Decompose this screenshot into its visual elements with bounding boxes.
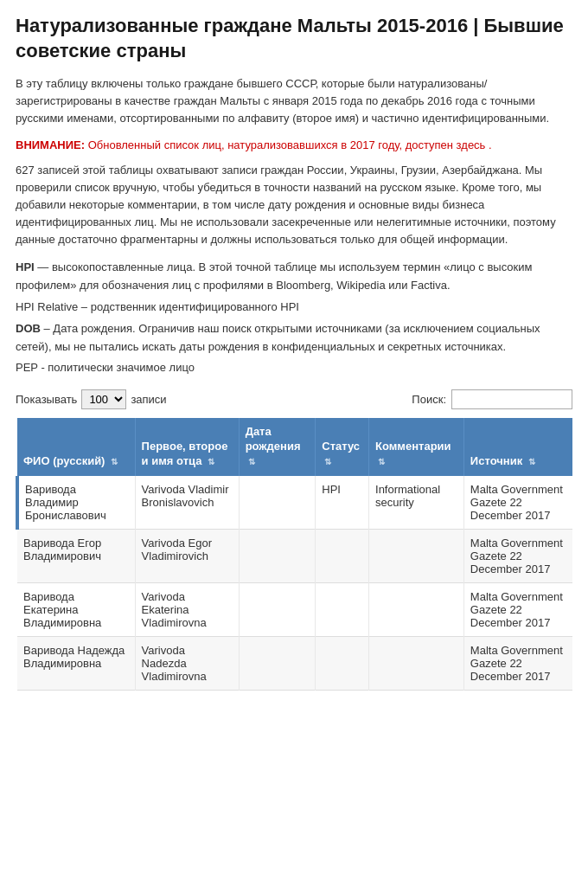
cell-source: Malta Government Gazete 22 December 2017 xyxy=(463,582,572,636)
cell-name-ru: Варивода Егор Владимирович xyxy=(17,529,135,582)
sort-icon-status: ⇅ xyxy=(324,456,331,467)
col-name-ru[interactable]: ФИО (русский) ⇅ xyxy=(17,418,135,476)
entries-select[interactable]: 100 10 25 50 xyxy=(81,389,126,409)
table-body: Варивода Владимир БрониславовичVarivoda … xyxy=(17,476,572,691)
cell-comments: Informational security xyxy=(369,476,464,530)
entries-label: записи xyxy=(131,393,166,406)
cell-source: Malta Government Gazete 22 December 2017 xyxy=(463,529,572,582)
cell-dob xyxy=(239,476,316,530)
table-header: ФИО (русский) ⇅ Первое, второе и имя отц… xyxy=(17,418,572,476)
warning-body: Обновленный список лиц, натурализовавших… xyxy=(88,138,492,151)
header-row: ФИО (русский) ⇅ Первое, второе и имя отц… xyxy=(17,418,572,476)
cell-status xyxy=(316,582,369,636)
cell-name-en: Varivoda Nadezda Vladimirovna xyxy=(135,636,239,690)
cell-dob xyxy=(239,582,316,636)
col-comments[interactable]: Комментарии ⇅ xyxy=(369,418,464,476)
search-control: Поиск: xyxy=(412,389,572,409)
cell-status xyxy=(316,529,369,582)
cell-name-en: Varivoda Ekaterina Vladimirovna xyxy=(135,582,239,636)
cell-comments xyxy=(369,529,464,582)
cell-name-en: Varivoda Vladimir Bronislavovich xyxy=(135,476,239,530)
col-name-en[interactable]: Первое, второе и имя отца ⇅ xyxy=(135,418,239,476)
show-entries-control: Показывать 100 10 25 50 записи xyxy=(16,389,167,409)
warning-line: ВНИМАНИЕ: Обновленный список лиц, натура… xyxy=(16,138,572,151)
definitions-block: HPI — высокопоставленные лица. В этой то… xyxy=(16,259,572,377)
table-row: Варивода Екатерина ВладимировнаVarivoda … xyxy=(17,582,572,636)
search-input[interactable] xyxy=(451,389,572,409)
def-pep: PEP - политически значимое лицо xyxy=(16,359,572,377)
warning-label: ВНИМАНИЕ: xyxy=(16,138,85,151)
table-row: Варивода Егор ВладимировичVarivoda Egor … xyxy=(17,529,572,582)
sort-icon-name-ru: ⇅ xyxy=(111,456,118,467)
col-source[interactable]: Источник ⇅ xyxy=(463,418,572,476)
cell-comments xyxy=(369,636,464,690)
def-hpi: HPI — высокопоставленные лица. В этой то… xyxy=(16,259,572,295)
cell-source: Malta Government Gazete 22 December 2017 xyxy=(463,476,572,530)
cell-status: HPI xyxy=(316,476,369,530)
def-dob: DOB – Дата рождения. Ограничив наш поиск… xyxy=(16,320,572,357)
sort-icon-source: ⇅ xyxy=(528,456,535,467)
col-dob[interactable]: Дата рождения ⇅ xyxy=(239,418,316,476)
search-label: Поиск: xyxy=(412,393,446,406)
page-title: Натурализованные граждане Мальты 2015-20… xyxy=(16,14,572,63)
sort-icon-dob: ⇅ xyxy=(248,456,255,467)
sort-icon-comments: ⇅ xyxy=(378,456,385,467)
data-table: ФИО (русский) ⇅ Первое, второе и имя отц… xyxy=(16,418,572,691)
cell-status xyxy=(316,636,369,690)
col-status[interactable]: Статус ⇅ xyxy=(316,418,369,476)
cell-comments xyxy=(369,582,464,636)
def-hpi-relative: HPI Relative – родственник идентифициров… xyxy=(16,299,572,317)
cell-source: Malta Government Gazete 22 December 2017 xyxy=(463,636,572,690)
sort-icon-name-en: ⇅ xyxy=(208,456,214,467)
table-row: Варивода Владимир БрониславовичVarivoda … xyxy=(17,476,572,530)
table-row: Варивода Надежда ВладимировнаVarivoda Na… xyxy=(17,636,572,690)
description-paragraph: 627 записей этой таблицы охватывают запи… xyxy=(16,162,572,249)
intro-paragraph: В эту таблицу включены только граждане б… xyxy=(16,75,572,127)
cell-dob xyxy=(239,529,316,582)
cell-dob xyxy=(239,636,316,690)
cell-name-en: Varivoda Egor Vladimirovich xyxy=(135,529,239,582)
cell-name-ru: Варивода Владимир Брониславович xyxy=(17,476,135,530)
cell-name-ru: Варивода Надежда Владимировна xyxy=(17,636,135,690)
show-label: Показывать xyxy=(16,393,77,406)
table-controls: Показывать 100 10 25 50 записи Поиск: xyxy=(16,389,572,409)
cell-name-ru: Варивода Екатерина Владимировна xyxy=(17,582,135,636)
